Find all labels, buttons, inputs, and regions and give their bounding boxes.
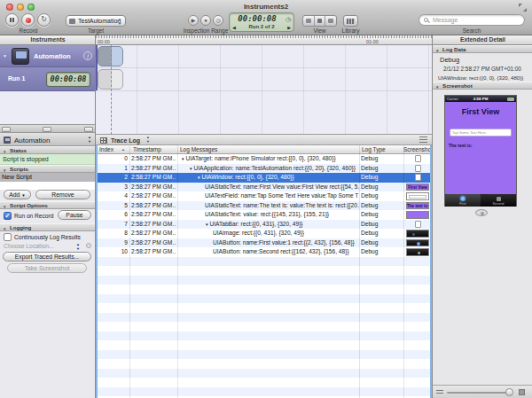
tab-square-icon (497, 197, 501, 201)
target-dropdown[interactable]: TestAutomation ▲▼ (66, 15, 126, 27)
tree-disclosure-icon[interactable]: ▼ (189, 167, 192, 171)
column-header-messages[interactable]: Log Messages (180, 145, 217, 153)
screenshot-thumb[interactable]: The text is: (406, 202, 429, 210)
table-row[interactable]: 22:58:27 PM GM…▼UIAWindow: rect:{{0, 0},… (96, 173, 432, 183)
tree-disclosure-icon[interactable]: ▼ (197, 176, 200, 180)
table-row[interactable]: 82:58:27 PM GM…UIAImage: rect:{{0, 431},… (96, 229, 432, 238)
playhead[interactable] (111, 45, 112, 135)
run-on-record-checkbox[interactable]: ✓ (4, 212, 12, 220)
export-results-button[interactable]: Export Traced Results... (3, 252, 91, 261)
screenshot-thumb[interactable] (406, 239, 429, 247)
list-item[interactable]: New Script (0, 173, 95, 182)
document-icon[interactable] (415, 165, 421, 172)
trace-table-body: 02:58:27 PM GM…▼UIATarget: name:iPhone S… (96, 154, 432, 398)
column-header-index[interactable]: Index (99, 145, 113, 153)
continuously-log-checkbox[interactable] (4, 233, 12, 241)
empty-row (96, 322, 432, 332)
tree-disclosure-icon[interactable]: ▼ (181, 157, 184, 161)
menu-icon[interactable] (419, 137, 427, 143)
document-icon[interactable] (415, 221, 421, 228)
loop-button[interactable]: ↻ (37, 13, 51, 27)
zoom-slider-track[interactable] (447, 392, 512, 394)
record-button[interactable] (21, 13, 35, 27)
row-log-type: Debug (361, 229, 403, 238)
run-row[interactable]: Run 1 00:00:08 (0, 67, 96, 91)
screenshot-thumb[interactable] (406, 248, 429, 256)
pause-script-button[interactable]: Pause (58, 210, 91, 220)
fullscreen-icon[interactable] (519, 4, 527, 12)
strategy-selector[interactable]: Automation ▲▼ (0, 133, 95, 146)
location-clear-icon[interactable] (86, 243, 91, 248)
table-row[interactable]: 52:58:27 PM GM…UIAStaticText: name:The t… (96, 201, 432, 211)
inspection-start-button[interactable]: ▶ (188, 15, 199, 26)
section-status[interactable]: ▼ Status (0, 146, 95, 154)
table-row[interactable]: 12:58:27 PM GM…▼UIAApplication: name:Tes… (96, 164, 432, 174)
screenshot-thumb[interactable] (406, 230, 429, 238)
zoom-slider-knob[interactable] (505, 388, 513, 396)
table-row[interactable]: 62:58:27 PM GM…UIAStaticText: value: rec… (96, 210, 432, 220)
table-row[interactable]: 02:58:27 PM GM…▼UIATarget: name:iPhone S… (96, 154, 432, 164)
section-logging[interactable]: ▼ Logging (0, 223, 95, 231)
target-value: TestAutomation (78, 18, 121, 24)
library-button[interactable] (343, 15, 358, 27)
tree-disclosure-icon[interactable]: ▼ (205, 222, 208, 227)
timeline-ruler[interactable]: 00:00 01:00 (96, 35, 432, 45)
screenshot-preview[interactable]: Carrier 2:58 PM First View Tap Some Text… (444, 95, 517, 207)
trace-log-stepper-icon[interactable]: ▲▼ (146, 136, 150, 144)
empty-row (96, 350, 432, 360)
phone-tab-second: Second (481, 194, 516, 207)
screenshot-thumb[interactable] (406, 192, 429, 200)
section-screenshot[interactable]: ▼ Screenshot (433, 82, 532, 90)
library-label: Library (336, 27, 365, 34)
take-screenshot-button[interactable]: Take Screenshot (7, 263, 87, 273)
section-log-data[interactable]: ▼ Log Data (433, 45, 532, 53)
view-center-button[interactable] (315, 16, 326, 26)
row-timestamp: 2:58:27 PM GM… (131, 183, 176, 192)
add-script-button[interactable]: Add ▼ (4, 190, 31, 199)
timeline-track-area[interactable] (96, 45, 432, 135)
disclosure-icon[interactable]: ▼ (3, 53, 7, 59)
location-stepper-icon[interactable]: ▲▼ (76, 242, 80, 251)
inspection-range-label: Inspection Range (177, 27, 234, 34)
pane-toggle-right-button[interactable] (84, 127, 93, 132)
pane-toggle-center-button[interactable] (43, 127, 51, 132)
empty-row (96, 276, 432, 285)
screenshot-thumb[interactable] (406, 211, 429, 219)
inspection-middle-button[interactable]: ● (200, 15, 211, 26)
zoom-max-icon[interactable] (519, 389, 525, 395)
column-header-screenshot[interactable]: Screenshot (403, 145, 432, 153)
view-right-button[interactable] (325, 16, 336, 26)
view-segmented-control (302, 15, 337, 27)
view-left-button[interactable] (303, 16, 315, 26)
column-header-logtype[interactable]: Log Type (362, 145, 386, 153)
table-row[interactable]: 92:58:27 PM GM…UIAButton: name:First val… (96, 238, 432, 248)
strategy-stepper-icon: ▲▼ (88, 135, 91, 144)
section-scripts[interactable]: ▼ Scripts (0, 165, 95, 173)
document-icon[interactable] (415, 174, 421, 181)
table-row[interactable]: 102:58:27 PM GM…UIAButton: name:Second r… (96, 247, 432, 257)
section-script-options[interactable]: ▼ Script Options (0, 201, 95, 209)
row-log-type: Debug (361, 201, 403, 211)
quicklook-eye-icon[interactable] (475, 209, 488, 216)
pane-toggle-left-button[interactable] (2, 127, 11, 132)
instruments-window: Instruments2 ↻ Record TestAutomation ▲▼ … (0, 0, 532, 398)
menu-icon[interactable] (436, 390, 443, 395)
table-row[interactable]: 42:58:27 PM GM…UIATextField: name:Tap So… (96, 191, 432, 201)
automation-track[interactable]: ▼ Automation i (0, 45, 96, 67)
target-app-icon (69, 19, 75, 24)
focus-ring-left (96, 145, 98, 398)
status-value: Script is stopped (0, 154, 95, 165)
empty-row (96, 359, 432, 369)
next-run-button[interactable]: ▶ (287, 25, 291, 30)
screenshot-thumb[interactable]: First View (406, 183, 429, 191)
inspection-end-button[interactable]: ◷ (213, 15, 223, 26)
remove-script-button[interactable]: Remove (35, 190, 90, 199)
info-button[interactable]: i (83, 51, 92, 60)
document-icon[interactable] (415, 155, 421, 162)
search-field[interactable]: Message (419, 14, 525, 26)
pause-button[interactable] (5, 13, 19, 27)
table-row[interactable]: 32:58:27 PM GM…UIAStaticText: name:First… (96, 183, 432, 192)
table-row[interactable]: 72:58:27 PM GM…▼UIATabBar: rect:{{0, 431… (96, 220, 432, 230)
trace-log-titlebar[interactable]: Trace Log ▲▼ (96, 135, 432, 145)
column-header-timestamp[interactable]: Timestamp (133, 145, 161, 153)
